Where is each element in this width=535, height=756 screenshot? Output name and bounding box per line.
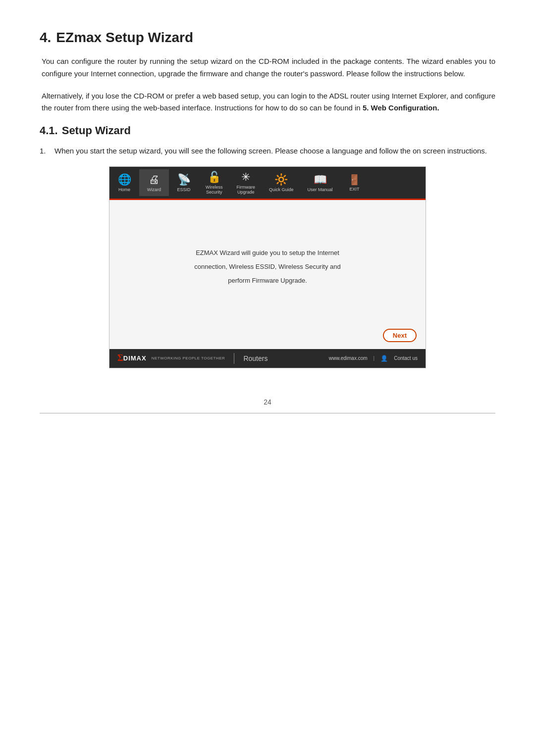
chapter-number: 4.: [40, 30, 51, 46]
chapter-name: EZmax Setup Wizard: [56, 30, 193, 46]
paragraph-2-bold: 5. Web Configuration.: [363, 103, 439, 112]
wizard-nav-bar: 🌐 Home 🖨 Wizard 📡 ESSID 🔓 Wireless Secur…: [109, 167, 426, 200]
nav-label-firmware-upgrade: Firmware Upgrade: [237, 185, 256, 195]
wizard-next-row: Next: [109, 324, 426, 349]
footer-logo: Σ DIMAX NETWORKING PEOPLE TOGETHER Route…: [117, 353, 268, 364]
nav-label-wizard: Wizard: [147, 187, 161, 192]
wizard-body-line-3: perform Firmware Upgrade.: [228, 275, 307, 286]
section-title: Setup Wizard: [62, 124, 131, 137]
paragraph-1: You can configure the router by running …: [40, 55, 495, 80]
nav-item-wizard[interactable]: 🖨 Wizard: [139, 169, 169, 196]
nav-label-wireless-security: Wireless Security: [206, 185, 223, 195]
nav-item-essid[interactable]: 📡 ESSID: [169, 169, 199, 196]
logo-divider: [234, 353, 234, 364]
logo-routers: Routers: [243, 354, 268, 362]
list-item-1: 1. When you start the setup wizard, you …: [40, 145, 495, 157]
contact-icon: 👤: [380, 355, 388, 362]
nav-label-essid: ESSID: [177, 187, 190, 192]
page-number: 24: [40, 398, 495, 406]
nav-item-exit[interactable]: 🚪 EXIT: [340, 170, 370, 196]
wizard-body-line-1: EZMAX Wizard will guide you to setup the…: [196, 248, 339, 258]
list-item-1-text: When you start the setup wizard, you wil…: [54, 145, 487, 157]
exit-icon: 🚪: [348, 175, 361, 185]
nav-label-quick-guide: Quick Guide: [269, 187, 294, 192]
wizard-footer: Σ DIMAX NETWORKING PEOPLE TOGETHER Route…: [109, 349, 426, 368]
logo-brand: DIMAX: [123, 354, 147, 362]
logo-tagline: NETWORKING PEOPLE TOGETHER: [152, 356, 225, 360]
footer-website: www.edimax.com: [329, 355, 368, 361]
firmware-icon: ✳: [241, 172, 250, 183]
home-icon: 🌐: [118, 174, 131, 185]
wizard-icon: 🖨: [149, 174, 160, 185]
paragraph-2: Alternatively, if you lose the CD-ROM or…: [40, 90, 495, 115]
logo-sigma: Σ: [117, 353, 123, 363]
nav-item-firmware-upgrade[interactable]: ✳ Firmware Upgrade: [230, 167, 263, 199]
footer-contact: Contact us: [394, 355, 418, 361]
wizard-body: EZMAX Wizard will guide you to setup the…: [109, 200, 426, 324]
essid-icon: 📡: [177, 174, 191, 185]
wireless-security-icon: 🔓: [208, 172, 221, 183]
bottom-line: [40, 413, 495, 413]
chapter-title: 4. EZmax Setup Wizard: [40, 30, 495, 46]
nav-label-exit: EXIT: [350, 187, 360, 192]
nav-label-user-manual: User Manual: [308, 187, 333, 192]
nav-item-quick-guide[interactable]: 🔆 Quick Guide: [262, 169, 301, 196]
quick-guide-icon: 🔆: [274, 174, 288, 185]
nav-item-user-manual[interactable]: 📖 User Manual: [301, 169, 340, 196]
section-number: 4.1.: [40, 124, 58, 137]
next-button[interactable]: Next: [383, 329, 417, 342]
list-item-1-number: 1.: [40, 145, 51, 157]
nav-item-home[interactable]: 🌐 Home: [109, 169, 139, 196]
wizard-body-line-2: connection, Wireless ESSID, Wireless Sec…: [194, 261, 341, 272]
footer-right: www.edimax.com | 👤 Contact us: [329, 355, 418, 362]
user-manual-icon: 📖: [314, 174, 327, 185]
wizard-panel: 🌐 Home 🖨 Wizard 📡 ESSID 🔓 Wireless Secur…: [109, 166, 426, 368]
nav-item-wireless-security[interactable]: 🔓 Wireless Security: [199, 167, 230, 199]
nav-label-home: Home: [118, 187, 130, 192]
